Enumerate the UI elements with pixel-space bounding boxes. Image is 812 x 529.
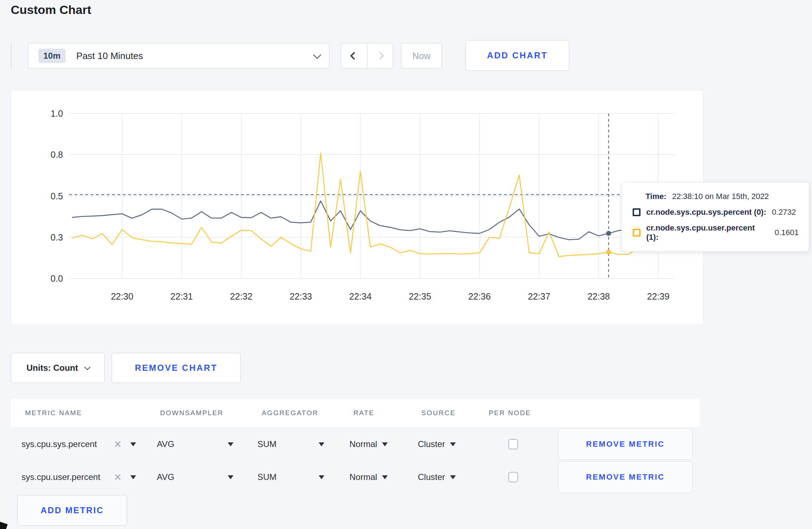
tooltip-time-value: 22:38:10 on Mar 15th, 2022 (672, 192, 769, 201)
remove-metric-x-icon[interactable] (114, 440, 122, 448)
cursor-artifact (0, 521, 8, 529)
source-select[interactable]: Cluster (418, 439, 456, 449)
remove-metric-button[interactable]: REMOVE METRIC (558, 461, 692, 493)
svg-text:22:38: 22:38 (588, 291, 610, 301)
time-range-badge: 10m (38, 49, 66, 63)
now-button[interactable]: Now (401, 43, 442, 69)
hover-dot-1 (606, 249, 611, 254)
source-select[interactable]: Cluster (418, 472, 456, 482)
metric-name-value: sys.cpu.user.percent (21, 472, 100, 482)
remove-chart-button[interactable]: REMOVE CHART (112, 353, 241, 383)
time-range-dropdown[interactable]: 10m Past 10 Minutes (28, 43, 329, 69)
gridlines (69, 113, 675, 278)
column-header-aggregator: AGGREGATOR (262, 409, 318, 417)
svg-text:22:35: 22:35 (409, 291, 431, 301)
source-value: Cluster (418, 472, 445, 482)
add-metric-button[interactable]: ADD METRIC (17, 495, 127, 526)
metrics-table-header: METRIC NAME DOWNSAMPLER AGGREGATOR RATE … (11, 399, 700, 427)
rate-value: Normal (349, 439, 377, 449)
chart-card: 0.00.30.50.81.022:3022:3122:3222:3322:34… (11, 90, 704, 325)
column-header-downsampler: DOWNSAMPLER (160, 409, 223, 417)
metric-name-dropdown-icon[interactable] (130, 442, 136, 446)
tooltip-time-label: Time: (646, 192, 666, 201)
next-time-button[interactable] (367, 43, 393, 68)
hover-dot-0 (606, 231, 611, 236)
column-header-rate: RATE (353, 409, 374, 417)
aggregator-value[interactable]: SUM (257, 472, 276, 482)
source-dropdown-icon (450, 442, 456, 446)
column-header-source: SOURCE (421, 409, 456, 417)
tooltip-series-row: cr.node.sys.cpu.user.percent (1): 0.1601 (633, 223, 799, 242)
svg-text:0.8: 0.8 (50, 150, 63, 160)
per-node-checkbox[interactable] (508, 439, 518, 450)
series-line-0 (72, 201, 668, 239)
svg-text:22:31: 22:31 (170, 291, 193, 301)
source-value: Cluster (418, 439, 445, 449)
page-title: Custom Chart (11, 3, 91, 17)
svg-text:22:34: 22:34 (349, 291, 372, 301)
tooltip-series-value: 0.1601 (775, 228, 799, 237)
tooltip-time-row: Time: 22:38:10 on Mar 15th, 2022 (646, 192, 799, 201)
aggregator-value[interactable]: SUM (257, 439, 276, 449)
svg-text:22:39: 22:39 (647, 291, 670, 301)
metric-name-value: sys.cpu.sys.percent (21, 439, 97, 449)
remove-metric-x-icon[interactable] (114, 473, 122, 481)
svg-text:0.3: 0.3 (50, 232, 63, 242)
rate-select[interactable]: Normal (349, 472, 388, 482)
toolbar-divider (11, 43, 11, 69)
rate-value: Normal (349, 472, 377, 482)
tooltip-series-label: cr.node.sys.cpu.user.percent (1): (646, 223, 769, 242)
tooltip-series-row: cr.node.sys.cpu.sys.percent (0): 0.2732 (633, 208, 799, 217)
prev-time-button[interactable] (341, 43, 367, 68)
chevron-down-icon (84, 364, 91, 370)
svg-text:22:37: 22:37 (528, 291, 551, 301)
downsampler-value[interactable]: AVG (157, 472, 174, 482)
custom-chart-page: Custom Chart 10m Past 10 Minutes Now ADD… (0, 0, 812, 529)
svg-text:22:32: 22:32 (230, 291, 253, 301)
time-nav-group (341, 43, 393, 69)
svg-text:22:36: 22:36 (468, 291, 491, 301)
source-dropdown-icon (450, 475, 456, 479)
aggregator-dropdown-icon[interactable] (319, 442, 324, 446)
series-line-1 (72, 153, 668, 257)
metric-row: sys.cpu.user.percent AVG SUM Normal Clus… (11, 461, 700, 493)
series-user-swatch-icon (633, 229, 641, 237)
rate-dropdown-icon (382, 475, 388, 479)
time-series-plot[interactable]: 0.00.30.50.81.022:3022:3122:3222:3322:34… (11, 91, 704, 325)
axis-labels: 0.00.30.50.81.022:3022:3122:3222:3322:34… (50, 108, 670, 301)
rate-select[interactable]: Normal (349, 439, 388, 449)
svg-text:0.5: 0.5 (50, 191, 63, 201)
metric-row: sys.cpu.sys.percent AVG SUM Normal Clust… (11, 428, 700, 460)
tooltip-series-label: cr.node.sys.cpu.sys.percent (0): (646, 208, 766, 217)
chevron-down-icon (313, 51, 322, 59)
metric-name-dropdown-icon[interactable] (130, 475, 136, 479)
units-dropdown[interactable]: Units: Count (11, 353, 105, 383)
column-header-per-node: PER NODE (489, 409, 531, 417)
downsampler-dropdown-icon[interactable] (228, 475, 233, 479)
units-label: Units: Count (26, 363, 78, 373)
svg-text:22:30: 22:30 (111, 291, 134, 301)
series-sys-swatch-icon (633, 208, 641, 216)
rate-dropdown-icon (382, 442, 388, 446)
per-node-checkbox[interactable] (508, 472, 518, 482)
downsampler-value[interactable]: AVG (157, 439, 174, 449)
chevron-right-icon (376, 52, 384, 60)
tooltip-series-value: 0.2732 (772, 208, 796, 217)
chevron-left-icon (350, 52, 358, 60)
downsampler-dropdown-icon[interactable] (228, 442, 233, 446)
column-header-metric-name: METRIC NAME (25, 409, 82, 417)
add-chart-button[interactable]: ADD CHART (465, 40, 569, 71)
chart-tooltip: Time: 22:38:10 on Mar 15th, 2022 cr.node… (622, 182, 809, 252)
remove-metric-button[interactable]: REMOVE METRIC (558, 428, 692, 460)
svg-text:22:33: 22:33 (290, 291, 312, 301)
svg-text:0.0: 0.0 (50, 273, 63, 283)
aggregator-dropdown-icon[interactable] (319, 475, 324, 479)
svg-text:1.0: 1.0 (50, 108, 63, 118)
time-range-label: Past 10 Minutes (76, 50, 143, 62)
